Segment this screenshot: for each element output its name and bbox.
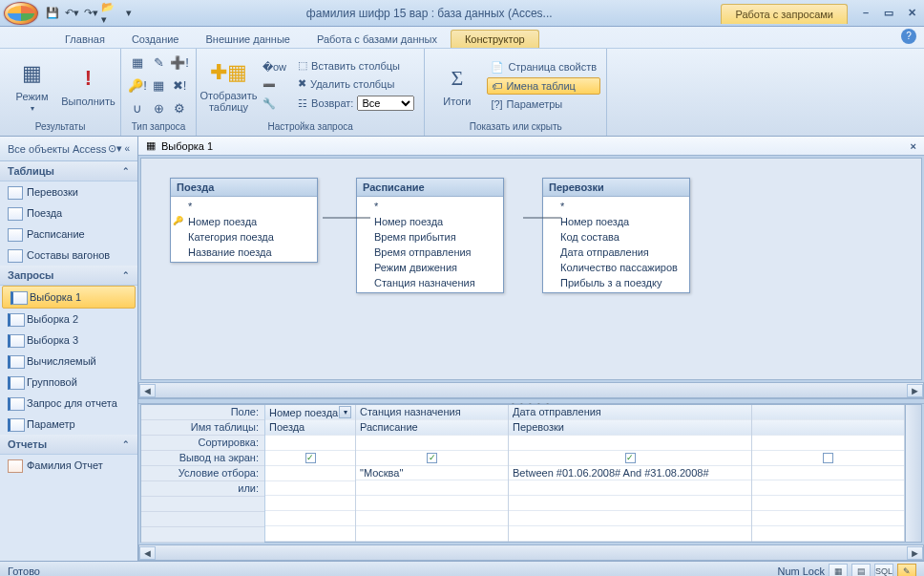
- nav-header[interactable]: Все объекты Access ⊙▾ «: [0, 137, 137, 161]
- scroll-left-icon[interactable]: ◄: [139, 384, 156, 397]
- return-button[interactable]: ☷Возврат:Все: [294, 94, 418, 113]
- minimize-icon[interactable]: –: [857, 7, 874, 19]
- view-pivot-icon[interactable]: ▤: [851, 564, 871, 577]
- nav-dropdown-icon[interactable]: ⊙▾: [108, 142, 122, 155]
- field-item[interactable]: Номер поезда: [357, 214, 503, 229]
- field-item[interactable]: Код состава: [543, 229, 689, 245]
- field-item[interactable]: Станция назначения: [357, 275, 503, 290]
- update-icon[interactable]: 🔑!: [127, 75, 148, 96]
- grid-cell[interactable]: [265, 511, 355, 526]
- table-names-button[interactable]: 🏷Имена таблиц: [487, 77, 600, 95]
- crosstab-icon[interactable]: ▦: [148, 75, 169, 96]
- grid-column[interactable]: Дата отправленияПеревозки✓Between #01.06…: [509, 405, 752, 542]
- grid-cell[interactable]: [752, 480, 904, 496]
- append-icon[interactable]: ➕!: [169, 52, 190, 73]
- restore-icon[interactable]: ▭: [880, 7, 897, 19]
- design-hscroll[interactable]: ◄►: [138, 382, 924, 398]
- grid-cell[interactable]: [356, 436, 508, 451]
- scroll-left-icon[interactable]: ◄: [139, 546, 156, 560]
- collapse-icon[interactable]: ⌃: [122, 270, 130, 280]
- nav-item[interactable]: Вычисляемый: [0, 351, 137, 372]
- tab-create[interactable]: Создание: [118, 31, 193, 48]
- view-sql-icon[interactable]: SQL: [874, 564, 893, 577]
- grid-cell[interactable]: [752, 526, 904, 542]
- insert-cols-button[interactable]: ⬚Вставить столбцы: [294, 57, 418, 74]
- show-table-button[interactable]: ✚▦Отобразить таблицу: [202, 53, 255, 117]
- show-checkbox[interactable]: ✓: [625, 453, 636, 463]
- grid-cell[interactable]: Расписание: [356, 420, 508, 436]
- nav-item[interactable]: Выборка 2: [0, 309, 137, 330]
- grid-cell[interactable]: [752, 420, 904, 436]
- scroll-right-icon[interactable]: ►: [907, 546, 923, 560]
- builder-button[interactable]: 🔧: [259, 96, 290, 112]
- totals-button[interactable]: ΣИтоги: [430, 53, 483, 117]
- field-item[interactable]: *: [357, 199, 503, 214]
- grid-column[interactable]: [752, 405, 905, 542]
- field-item[interactable]: *: [171, 199, 317, 214]
- grid-cell[interactable]: [356, 496, 508, 511]
- show-checkbox[interactable]: ✓: [427, 453, 437, 463]
- tab-dbtools[interactable]: Работа с базами данных: [304, 31, 451, 48]
- view-datasheet-icon[interactable]: ▦: [829, 564, 848, 577]
- make-table-icon[interactable]: ✎: [148, 52, 169, 73]
- nav-group-header[interactable]: Таблицы⌃: [0, 161, 137, 181]
- grid-cell[interactable]: [265, 526, 355, 542]
- tab-external[interactable]: Внешние данные: [193, 31, 304, 48]
- grid-cell[interactable]: [752, 496, 904, 511]
- grid-cell[interactable]: Дата отправления: [509, 405, 751, 420]
- nav-item[interactable]: Перевозки: [0, 181, 137, 203]
- grid-cell[interactable]: [752, 511, 904, 526]
- grid-hscroll[interactable]: ◄►: [138, 544, 924, 561]
- save-icon[interactable]: 💾: [44, 5, 61, 22]
- property-sheet-button[interactable]: 📄Страница свойств: [487, 59, 600, 75]
- grid-cell[interactable]: Between #01.06.2008# And #31.08.2008#: [509, 466, 751, 481]
- field-item[interactable]: Категория поезда: [171, 229, 317, 245]
- parameters-button[interactable]: [?]Параметры: [487, 96, 600, 112]
- return-select[interactable]: Все: [357, 96, 414, 111]
- run-button[interactable]: !Выполнить: [62, 53, 115, 117]
- grid-cell[interactable]: [752, 466, 904, 481]
- nav-item[interactable]: Выборка 3: [0, 330, 137, 351]
- grid-cell[interactable]: Станция назначения: [356, 405, 508, 420]
- field-item[interactable]: Номер поезда: [171, 214, 317, 229]
- field-item[interactable]: Дата отправления: [543, 245, 689, 260]
- delete-cols-button[interactable]: ✖Удалить столбцы: [294, 75, 418, 92]
- view-design-icon[interactable]: ✎: [897, 564, 916, 577]
- grid-cell[interactable]: [509, 436, 751, 451]
- grid-cell[interactable]: [752, 436, 904, 451]
- nav-group-header[interactable]: Отчеты⌃: [0, 435, 137, 455]
- grid-cell[interactable]: [265, 481, 355, 497]
- nav-item[interactable]: Параметр: [0, 414, 137, 435]
- field-item[interactable]: Режим движения: [357, 260, 503, 275]
- show-checkbox[interactable]: ✓: [305, 453, 316, 463]
- grid-cell[interactable]: [265, 466, 355, 481]
- nav-group-header[interactable]: Запросы⌃: [0, 266, 137, 286]
- grid-cell[interactable]: [265, 496, 355, 511]
- open-icon[interactable]: 📂▾: [101, 5, 118, 22]
- grid-cell[interactable]: [752, 451, 904, 466]
- nav-item[interactable]: Составы вагонов: [0, 245, 137, 266]
- field-item[interactable]: Номер поезда: [543, 214, 689, 229]
- grid-cell[interactable]: [509, 511, 751, 526]
- union-icon[interactable]: ∪: [127, 97, 148, 118]
- document-close-icon[interactable]: ×: [911, 140, 916, 152]
- document-tab-title[interactable]: Выборка 1: [161, 140, 213, 152]
- field-item[interactable]: Время отправления: [357, 245, 503, 260]
- nav-item[interactable]: Расписание: [0, 224, 137, 245]
- nav-item[interactable]: Групповой: [0, 372, 137, 393]
- grid-cell[interactable]: "Москва": [356, 466, 508, 481]
- help-icon[interactable]: ?: [901, 29, 916, 44]
- scroll-right-icon[interactable]: ►: [907, 384, 923, 397]
- data-def-icon[interactable]: ⚙: [169, 97, 190, 118]
- grid-cell[interactable]: [509, 480, 751, 496]
- field-item[interactable]: Время прибытия: [357, 229, 503, 245]
- close-icon[interactable]: ✕: [903, 7, 920, 19]
- table-box[interactable]: Перевозки*Номер поездаКод составаДата от…: [542, 178, 690, 293]
- grid-cell[interactable]: [265, 436, 355, 451]
- undo-icon[interactable]: ↶▾: [63, 5, 80, 22]
- passthrough-icon[interactable]: ⊕: [148, 97, 169, 118]
- insert-rows-button[interactable]: �ow: [259, 59, 290, 75]
- redo-icon[interactable]: ↷▾: [82, 5, 99, 22]
- qat-more-icon[interactable]: ▾: [120, 5, 137, 22]
- design-surface[interactable]: Поезда*Номер поездаКатегория поездаНазва…: [140, 158, 922, 380]
